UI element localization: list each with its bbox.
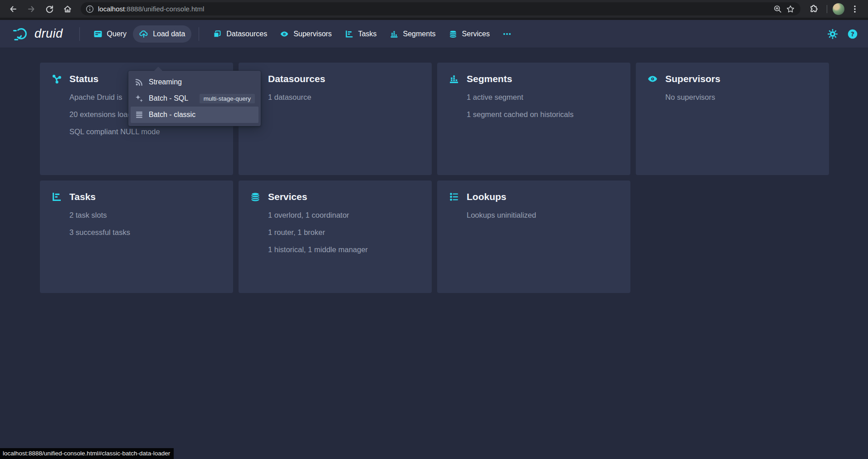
menu-item-batch-sql[interactable]: Batch - SQL multi-stage-query <box>131 90 258 107</box>
home-icon <box>63 5 72 14</box>
menu-batch-classic-label: Batch - classic <box>149 111 195 119</box>
tasks-line: 3 successful tasks <box>69 228 222 237</box>
menu-item-batch-classic[interactable]: Batch - classic <box>131 107 258 123</box>
datasources-card[interactable]: Datasources 1 datasource <box>239 63 432 175</box>
datasources-card-title: Datasources <box>268 73 325 84</box>
nav-load-data-label: Load data <box>153 30 185 38</box>
extensions-button[interactable] <box>806 2 821 16</box>
tasks-card-title: Tasks <box>69 191 96 202</box>
menu-item-streaming[interactable]: Streaming <box>131 74 258 90</box>
supervisors-card-title: Supervisors <box>665 73 720 84</box>
properties-icon <box>449 191 459 202</box>
lookups-line: Lookups uninitialized <box>467 211 619 220</box>
url-path: :8888/unified-console.html <box>125 5 204 13</box>
nav-services[interactable]: Services <box>442 25 496 43</box>
lookups-card[interactable]: Lookups Lookups uninitialized <box>437 181 630 293</box>
nav-query[interactable]: Query <box>87 25 133 43</box>
datasources-line: 1 datasource <box>268 93 420 102</box>
services-line: 1 router, 1 broker <box>268 228 420 237</box>
druid-navbar: druid Query Load data Datasources Superv… <box>0 20 868 48</box>
puzzle-icon <box>809 5 818 14</box>
druid-logo-text: druid <box>34 27 63 41</box>
segments-card[interactable]: Segments 1 active segment 1 segment cach… <box>437 63 630 175</box>
svg-text:?: ? <box>851 30 854 38</box>
back-button[interactable] <box>5 2 21 16</box>
url-host: localhost <box>98 5 125 13</box>
tasks-line: 2 task slots <box>69 211 222 220</box>
nav-segments-label: Segments <box>403 30 436 38</box>
address-bar[interactable]: localhost:8888/unified-console.html <box>81 2 800 15</box>
druid-logo-icon <box>13 27 30 41</box>
eye-icon <box>280 29 289 39</box>
segments-card-title: Segments <box>467 73 512 84</box>
datasources-icon <box>213 29 222 39</box>
reload-icon <box>45 5 54 14</box>
lookups-card-title: Lookups <box>467 191 507 202</box>
nav-separator <box>79 27 80 41</box>
th-list-icon <box>135 110 144 119</box>
nav-more[interactable] <box>496 25 518 43</box>
supervisors-line: No supervisors <box>665 93 818 102</box>
segments-chart-icon <box>390 29 399 39</box>
nav-query-label: Query <box>107 30 127 38</box>
gantt-chart-icon <box>345 29 354 39</box>
home-button[interactable] <box>60 2 75 16</box>
toolbar-separator <box>827 5 827 13</box>
eye-icon <box>647 73 658 84</box>
nav-tasks-label: Tasks <box>358 30 377 38</box>
reload-button[interactable] <box>42 2 57 16</box>
services-card[interactable]: Services 1 overlord, 1 coordinator 1 rou… <box>239 181 432 293</box>
browser-menu-button[interactable] <box>847 2 863 16</box>
database-icon <box>449 29 458 39</box>
forward-arrow-icon <box>27 5 36 14</box>
services-line: 1 historical, 1 middle manager <box>268 245 420 254</box>
segments-chart-icon <box>449 73 459 84</box>
status-line: SQL compliant NULL mode <box>69 127 222 136</box>
segments-line: 1 active segment <box>467 93 619 102</box>
cloud-upload-icon <box>139 29 148 39</box>
sparkles-icon <box>135 94 144 103</box>
help-icon[interactable]: ? <box>847 29 858 39</box>
services-line: 1 overlord, 1 coordinator <box>268 211 420 220</box>
menu-streaming-label: Streaming <box>149 78 182 86</box>
url-text: localhost:8888/unified-console.html <box>98 5 204 13</box>
tasks-card[interactable]: Tasks 2 task slots 3 successful tasks <box>40 181 233 293</box>
druid-logo[interactable]: druid <box>13 27 63 41</box>
nav-load-data[interactable]: Load data <box>133 25 191 43</box>
segments-line: 1 segment cached on historicals <box>467 110 619 119</box>
nav-segments[interactable]: Segments <box>383 25 442 43</box>
gantt-chart-icon <box>51 191 62 202</box>
nav-supervisors[interactable]: Supervisors <box>273 25 338 43</box>
back-arrow-icon <box>9 5 18 14</box>
nav-services-label: Services <box>462 30 490 38</box>
multi-stage-query-badge: multi-stage-query <box>200 94 255 103</box>
load-data-menu: Streaming Batch - SQL multi-stage-query … <box>128 71 261 126</box>
zoom-icon[interactable] <box>773 5 782 14</box>
services-card-title: Services <box>268 191 307 202</box>
nav-separator <box>199 27 199 41</box>
link-status-tooltip: localhost:8888/unified-console.html#clas… <box>0 448 174 459</box>
nav-datasources[interactable]: Datasources <box>206 25 273 43</box>
site-info-icon[interactable] <box>85 5 94 14</box>
bookmark-star-icon[interactable] <box>786 5 795 14</box>
nav-tasks[interactable]: Tasks <box>338 25 383 43</box>
profile-avatar[interactable] <box>833 3 844 15</box>
more-dots-icon <box>502 29 512 39</box>
status-card-title: Status <box>69 73 98 84</box>
menu-batch-sql-label: Batch - SQL <box>149 94 188 103</box>
popover-caret <box>154 67 163 71</box>
nav-supervisors-label: Supervisors <box>293 30 332 38</box>
browser-toolbar: localhost:8888/unified-console.html <box>0 0 868 18</box>
nav-datasources-label: Datasources <box>226 30 267 38</box>
graph-symbol-icon <box>51 73 62 84</box>
supervisors-card[interactable]: Supervisors No supervisors <box>636 63 829 175</box>
feed-icon <box>135 78 144 87</box>
settings-gear-icon[interactable] <box>827 29 838 39</box>
kebab-menu-icon <box>850 5 859 14</box>
database-icon <box>250 191 261 202</box>
console-icon <box>93 29 102 39</box>
forward-button[interactable] <box>24 2 39 16</box>
